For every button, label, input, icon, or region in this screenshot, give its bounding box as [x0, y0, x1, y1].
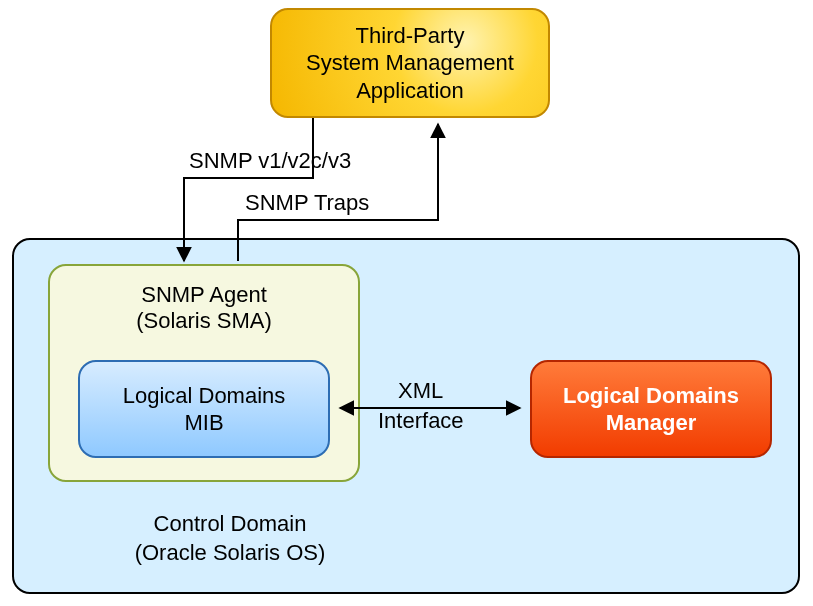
- control-domain-line2: (Oracle Solaris OS): [100, 539, 360, 568]
- third-party-line3: Application: [356, 77, 464, 105]
- third-party-line2: System Management: [306, 49, 514, 77]
- ldm-line1: Logical Domains: [563, 382, 739, 410]
- snmp-agent-subtitle: (Solaris SMA): [50, 308, 358, 334]
- label-snmp-versions: SNMP v1/v2c/v3: [189, 148, 351, 174]
- control-domain-caption: Control Domain (Oracle Solaris OS): [100, 510, 360, 567]
- control-domain-line1: Control Domain: [100, 510, 360, 539]
- third-party-line1: Third-Party: [356, 22, 465, 50]
- snmp-agent-title: SNMP Agent: [50, 282, 358, 308]
- label-snmp-traps: SNMP Traps: [245, 190, 369, 216]
- third-party-app-box: Third-Party System Management Applicatio…: [270, 8, 550, 118]
- logical-domains-mib-box: Logical Domains MIB: [78, 360, 330, 458]
- mib-line2: MIB: [184, 409, 223, 437]
- logical-domains-manager-box: Logical Domains Manager: [530, 360, 772, 458]
- label-interface: Interface: [378, 408, 464, 434]
- mib-line1: Logical Domains: [123, 382, 286, 410]
- label-xml: XML: [398, 378, 443, 404]
- ldm-line2: Manager: [606, 409, 696, 437]
